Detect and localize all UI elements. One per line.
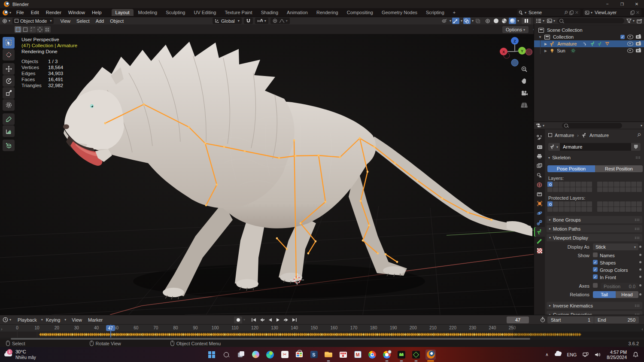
jump-to-end-button[interactable]	[290, 316, 298, 323]
properties-search-input[interactable]	[562, 123, 622, 128]
layer-toggle[interactable]	[547, 182, 553, 187]
snipping-tool-button[interactable]: ✂	[279, 350, 290, 360]
maximize-button[interactable]: ❐	[615, 0, 629, 8]
layer-toggle[interactable]	[553, 207, 558, 212]
animate-dot[interactable]	[639, 246, 641, 248]
group-colors-checkbox[interactable]: ✓	[593, 267, 598, 272]
menu-render[interactable]: Render	[43, 10, 65, 15]
layer-toggle[interactable]	[553, 182, 558, 187]
animate-dot[interactable]	[639, 261, 641, 263]
notifications-bell-icon[interactable]	[633, 352, 638, 357]
protected-layers-grid-b[interactable]	[597, 201, 642, 212]
layer-toggle[interactable]	[581, 201, 586, 207]
animate-dot[interactable]	[639, 254, 641, 256]
snap-toggle[interactable]	[244, 18, 253, 24]
layer-toggle[interactable]	[547, 207, 553, 212]
play-reverse-button[interactable]	[266, 316, 274, 323]
layer-toggle[interactable]	[631, 187, 636, 192]
layer-toggle[interactable]	[547, 201, 553, 207]
task-view-button[interactable]	[236, 350, 246, 360]
visibility-dropdown[interactable]	[441, 18, 448, 24]
layer-toggle[interactable]	[559, 182, 564, 187]
armature-visibility-icon[interactable]	[627, 42, 633, 46]
animate-dot[interactable]	[639, 293, 641, 295]
clock-widget[interactable]: 4:57 PM 8/25/2024	[607, 350, 627, 360]
layer-toggle[interactable]	[587, 182, 592, 187]
next-keyframe-button[interactable]	[282, 316, 290, 323]
toggle-ortho-button[interactable]	[519, 100, 530, 111]
menu-view-timeline[interactable]: View	[69, 317, 85, 322]
tool-move[interactable]	[3, 63, 15, 75]
tab-view-layer[interactable]	[534, 161, 545, 170]
m-app-button[interactable]: M	[352, 350, 363, 360]
layer-toggle[interactable]	[626, 201, 631, 207]
tab-render[interactable]	[534, 142, 545, 152]
layer-toggle[interactable]	[626, 187, 631, 192]
green-people-app-button[interactable]	[396, 350, 407, 360]
layer-toggle[interactable]	[587, 187, 592, 192]
layer-toggle[interactable]	[637, 201, 642, 207]
layer-toggle[interactable]	[559, 201, 564, 207]
pin-icon[interactable]: ⚲	[562, 9, 569, 15]
layer-toggle[interactable]	[620, 201, 625, 207]
tab-texture-paint[interactable]: Texture Paint	[221, 9, 256, 16]
layer-toggle[interactable]	[570, 182, 575, 187]
scene-selector[interactable]: ▾ Scene ⚲ ✕	[517, 9, 580, 16]
shapes-checkbox[interactable]: ✓	[593, 260, 598, 265]
layer-toggle[interactable]	[608, 182, 614, 187]
layer-toggle[interactable]	[603, 187, 608, 192]
animate-dot[interactable]	[639, 276, 641, 278]
tab-object-data[interactable]	[534, 227, 545, 237]
chrome-profile-button[interactable]	[382, 350, 392, 360]
armature-name-input[interactable]: Armature	[560, 143, 631, 151]
chrome-button[interactable]	[367, 350, 377, 360]
layer-toggle[interactable]	[597, 187, 602, 192]
layer-toggle[interactable]	[581, 182, 586, 187]
tab-sculpting[interactable]: Sculpting	[162, 9, 189, 16]
layer-toggle[interactable]	[559, 207, 564, 212]
disclosure-closed-icon[interactable]: ▶	[544, 42, 547, 46]
copilot-button[interactable]	[250, 350, 261, 360]
layer-toggle[interactable]	[637, 187, 642, 192]
outliner-row-scene-collection[interactable]: Scene Collection	[534, 27, 644, 33]
tab-world[interactable]	[534, 180, 545, 189]
proportional-editing[interactable]: ▾	[270, 18, 290, 24]
bone-groups-panel[interactable]: ▸Bone Groups	[547, 216, 642, 223]
gizmo-toggle[interactable]	[452, 18, 459, 24]
layer-toggle[interactable]	[564, 182, 569, 187]
file-explorer-button[interactable]	[323, 350, 334, 360]
collection-visibility-icon[interactable]	[627, 35, 633, 39]
relations-tail-button[interactable]: Tail	[593, 291, 616, 298]
menu-keying[interactable]: Keying	[43, 317, 64, 322]
tab-scripting[interactable]: Scripting	[422, 9, 448, 16]
layer-toggle[interactable]	[547, 187, 553, 192]
language-indicator[interactable]: ENG	[567, 352, 577, 357]
tab-rendering[interactable]: Rendering	[313, 9, 342, 16]
store-button[interactable]	[294, 350, 304, 360]
layer-toggle[interactable]	[626, 207, 631, 212]
blender-taskbar-button[interactable]	[425, 350, 436, 360]
tab-layout[interactable]: Layout	[112, 9, 134, 16]
tab-texture[interactable]	[534, 246, 545, 256]
layer-toggle[interactable]	[581, 187, 586, 192]
timeline-left-chevron[interactable]: ›	[1, 326, 3, 332]
armature-layers-grid-b[interactable]	[597, 182, 642, 192]
tab-modeling[interactable]: Modeling	[134, 9, 161, 16]
editor-type-button[interactable]: ▾	[0, 18, 10, 24]
menu-help[interactable]: Help	[88, 10, 105, 15]
pan-hand-button[interactable]	[519, 76, 530, 87]
collection-render-icon[interactable]	[636, 35, 641, 39]
layer-toggle[interactable]	[597, 207, 602, 212]
menu-edit[interactable]: Edit	[27, 10, 43, 15]
properties-options-icon[interactable]: ▾	[641, 124, 642, 128]
layer-toggle[interactable]	[559, 187, 564, 192]
armature-render-icon[interactable]	[636, 42, 641, 46]
layer-toggle[interactable]	[597, 201, 602, 207]
layer-toggle[interactable]	[576, 207, 581, 212]
armature-layers-grid-a[interactable]	[547, 182, 592, 192]
tool-add-cube[interactable]	[3, 140, 15, 151]
timeline-right-chevron[interactable]: ‹	[641, 326, 643, 332]
unikey-button[interactable]	[338, 350, 348, 360]
transform-orientation[interactable]: Global ▾	[213, 18, 242, 24]
camera-view-button[interactable]	[519, 88, 530, 99]
